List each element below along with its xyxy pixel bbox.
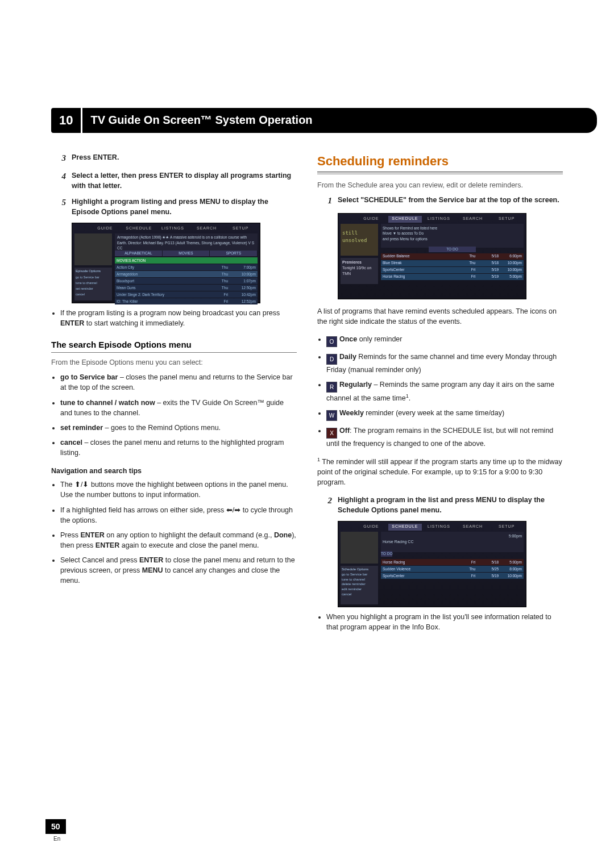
schedule-screenshot: GUIDESCHEDULELISTINGSSEARCHSETUP still u… — [338, 213, 526, 299]
schedule-options-screenshot: GUIDESCHEDULELISTINGSSEARCHSETUP Schedul… — [338, 521, 526, 607]
step-text: Press ENTER. — [72, 152, 297, 165]
off-icon: X — [326, 428, 337, 439]
chapter-title: TV Guide On Screen™ System Operation — [81, 108, 596, 133]
freq-item: WWeekly reminder (every week at the same… — [326, 408, 563, 421]
nav-tip: If a highlighted field has arrows on eit… — [60, 505, 297, 525]
nav-tip: Select Cancel and press ENTER to close t… — [60, 555, 297, 586]
step-number: 4 — [51, 170, 72, 191]
option-item: go to Service bar – closes the panel men… — [60, 372, 297, 393]
step-text: Select a letter, then press ENTER to dis… — [72, 170, 297, 191]
section-intro: From the Schedule area you can review, e… — [317, 180, 563, 190]
footnote: 1 The reminder will still appear if the … — [317, 456, 563, 488]
right-column: Scheduling reminders From the Schedule a… — [317, 152, 563, 639]
step-text: Highlight a program listing and press ME… — [72, 197, 297, 217]
freq-item: DDaily Reminds for the same channel and … — [326, 352, 563, 375]
daily-icon: D — [326, 354, 337, 365]
chapter-number: 10 — [51, 108, 81, 133]
chapter-header: 10 TV Guide On Screen™ System Operation — [51, 108, 563, 133]
step-text: Select "SCHEDULE" from the Service bar a… — [338, 195, 563, 207]
once-icon: O — [326, 336, 337, 347]
left-column: 3 Press ENTER. 4 Select a letter, then p… — [51, 152, 297, 639]
regularly-icon: R — [326, 382, 337, 393]
option-item: set reminder – goes to the Remind Option… — [60, 423, 297, 433]
nav-tip: Press ENTER on any option to highlight t… — [60, 530, 297, 550]
episode-options-screenshot: GUIDESCHEDULELISTINGSSEARCHSETUP Armaged… — [72, 223, 260, 303]
nav-tip: The ⬆/⬇ buttons move the highlight betwe… — [60, 479, 297, 500]
option-item: tune to channel / watch now – exits the … — [60, 398, 297, 418]
step-number: 2 — [317, 495, 338, 515]
page-lang: En — [53, 835, 60, 844]
step-number: 5 — [51, 197, 72, 217]
freq-item: RRegularly – Reminds the same program an… — [326, 379, 563, 403]
step-text: Highlight a program in the list and pres… — [338, 495, 563, 515]
step-number: 3 — [51, 152, 72, 165]
note-text: If the program listing is a program now … — [60, 308, 297, 328]
option-item: cancel – closes the panel menu and retur… — [60, 437, 297, 458]
freq-item: OOnce only reminder — [326, 334, 563, 347]
after-screenshot-note: When you highlight a program in the list… — [326, 612, 563, 632]
section-title: Scheduling reminders — [317, 152, 563, 170]
step-number: 1 — [317, 195, 338, 207]
after-screenshot-text: A list of programs that have remind even… — [317, 306, 563, 327]
weekly-icon: W — [326, 410, 337, 421]
subsection-title: The search Episode Options menu — [51, 339, 297, 351]
page-number: 50 — [45, 819, 66, 834]
subsection-intro: From the Episode Options menu you can se… — [51, 357, 297, 368]
nav-tips-title: Navigation and search tips — [51, 466, 297, 476]
freq-item: XOff: The program remains in the SCHEDUL… — [326, 425, 563, 449]
